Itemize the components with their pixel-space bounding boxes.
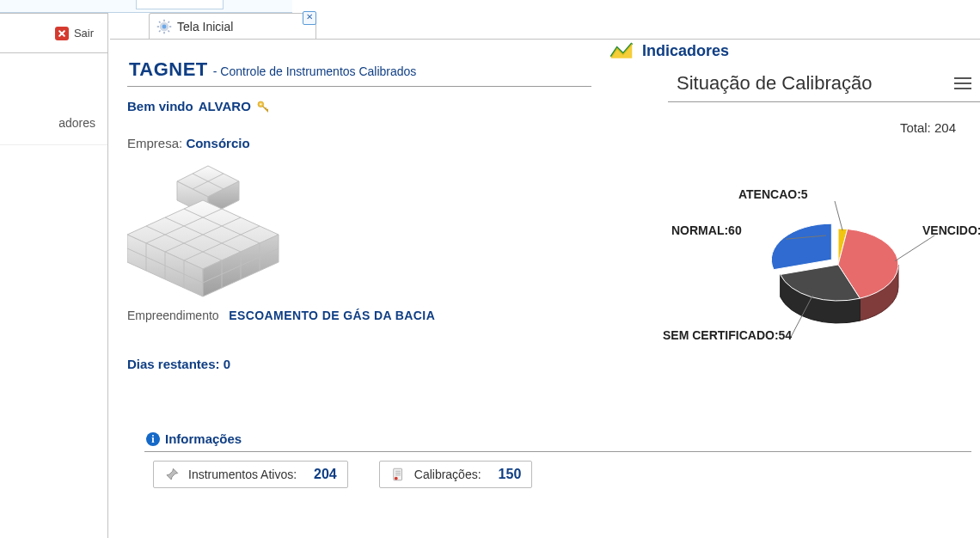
app-subtitle: - Controle de Instrumentos Calibrados xyxy=(213,64,417,78)
days-label: Dias restantes: xyxy=(127,357,220,371)
card-value: 204 xyxy=(314,467,337,482)
svg-point-35 xyxy=(395,477,398,480)
sidebar-item-indicators[interactable]: adores xyxy=(0,101,107,145)
welcome-prefix: Bem vindo xyxy=(127,99,193,113)
project-label: Empreendimento xyxy=(127,309,219,322)
close-icon xyxy=(55,27,69,40)
info-title: Informações xyxy=(165,431,242,446)
tab-label: Tela Inicial xyxy=(177,20,233,34)
indicators-heading: Indicadores xyxy=(604,40,980,60)
company-value: Consórcio xyxy=(186,136,249,150)
svg-line-6 xyxy=(159,21,161,23)
days-remaining: Dias restantes: 0 xyxy=(127,357,591,371)
chart-menu-button[interactable] xyxy=(954,77,971,89)
welcome-user: ALVARO xyxy=(199,99,251,113)
sidebar-item-label: adores xyxy=(58,116,95,130)
chart-icon xyxy=(609,41,634,60)
company-logo xyxy=(127,161,308,298)
tab-close-button[interactable]: ✕ xyxy=(303,11,316,25)
exit-label: Sair xyxy=(74,27,94,40)
card-value: 150 xyxy=(499,467,522,482)
card-instruments-active[interactable]: Instrumentos Ativos: 204 xyxy=(153,461,348,488)
svg-line-7 xyxy=(168,31,170,33)
document-icon xyxy=(390,467,406,482)
pie-label-vencido: VENCIDO:8 xyxy=(922,223,980,237)
days-value: 0 xyxy=(224,357,230,371)
indicators-title: Indicadores xyxy=(642,42,729,60)
company-label: Empresa: xyxy=(127,136,182,150)
info-panel: TAGNET - Controle de Instrumentos Calibr… xyxy=(127,55,591,371)
project-value: ESCOAMENTO DE GÁS DA BACIA xyxy=(229,309,435,322)
pin-icon xyxy=(164,467,180,482)
card-label: Calibrações: xyxy=(414,468,481,481)
total-value: 204 xyxy=(934,120,956,135)
app-title: TAGNET xyxy=(129,58,208,81)
key-icon xyxy=(256,100,270,113)
tab-home[interactable]: Tela Inicial xyxy=(149,13,316,40)
card-calibrations[interactable]: Calibrações: 150 xyxy=(379,461,533,488)
svg-line-9 xyxy=(159,31,161,33)
project-row: Empreendimento ESCOAMENTO DE GÁS DA BACI… xyxy=(127,309,591,322)
exit-button[interactable]: Sair xyxy=(0,14,107,53)
total-label: Total: xyxy=(900,120,931,135)
info-icon: i xyxy=(146,432,160,446)
pie-label-semcert: SEM CERTIFICADO:54 xyxy=(663,328,792,342)
settings-icon xyxy=(156,19,172,34)
info-heading: i Informações xyxy=(144,431,971,452)
svg-line-8 xyxy=(168,21,170,23)
svg-point-1 xyxy=(162,25,167,29)
svg-point-11 xyxy=(260,103,261,105)
chart-total: Total: 204 xyxy=(900,120,956,135)
welcome-row: Bem vindo ALVARO xyxy=(127,99,591,113)
card-label: Instrumentos Ativos: xyxy=(188,468,297,481)
app-title-row: TAGNET - Controle de Instrumentos Calibr… xyxy=(127,55,591,87)
chart-title: Situação de Calibração xyxy=(677,72,872,95)
sidebar: Sair adores xyxy=(0,13,108,538)
pie-label-normal: NORMAL:60 xyxy=(671,223,742,237)
calibration-pie-chart: NORMAL:60 ATENCAO:5 VENCIDO:8 SEM CERTIF… xyxy=(687,168,979,375)
company-row: Empresa: Consórcio xyxy=(127,136,591,150)
ribbon-tab xyxy=(136,0,224,9)
pie-label-atencao: ATENCAO:5 xyxy=(738,187,808,201)
